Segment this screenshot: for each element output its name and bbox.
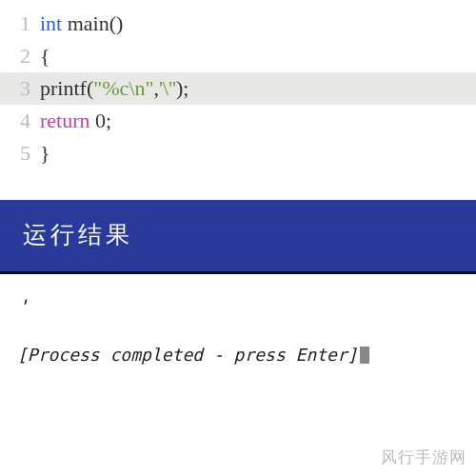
- code-content: {: [40, 40, 50, 72]
- line-number: 1: [10, 8, 30, 40]
- code-line: 2 {: [0, 40, 476, 72]
- line-number: 2: [10, 40, 30, 72]
- line-number: 5: [10, 137, 30, 169]
- code-content: int main(): [40, 8, 123, 40]
- watermark-text: 风行手游网: [381, 446, 466, 468]
- code-line: 4 return 0;: [0, 105, 476, 137]
- cursor-icon: [360, 347, 369, 364]
- code-line: 5 }: [0, 137, 476, 169]
- process-completed-text: [Process completed - press Enter]: [17, 345, 358, 365]
- output-line: [Process completed - press Enter]: [17, 345, 459, 365]
- code-content: }: [40, 137, 50, 169]
- code-content: return 0;: [40, 105, 111, 137]
- run-result-header: 运行结果: [0, 200, 476, 274]
- output-line: ': [17, 295, 459, 318]
- code-line: 1 int main(): [0, 8, 476, 40]
- console-output: ' [Process completed - press Enter]: [0, 274, 476, 365]
- code-line-active: 3 printf("%c\n",'\'');: [0, 72, 476, 105]
- line-number: 3: [10, 72, 30, 105]
- code-content: printf("%c\n",'\'');: [40, 72, 188, 105]
- code-editor: 1 int main() 2 { 3 printf("%c\n",'\''); …: [0, 0, 476, 173]
- line-number: 4: [10, 105, 30, 137]
